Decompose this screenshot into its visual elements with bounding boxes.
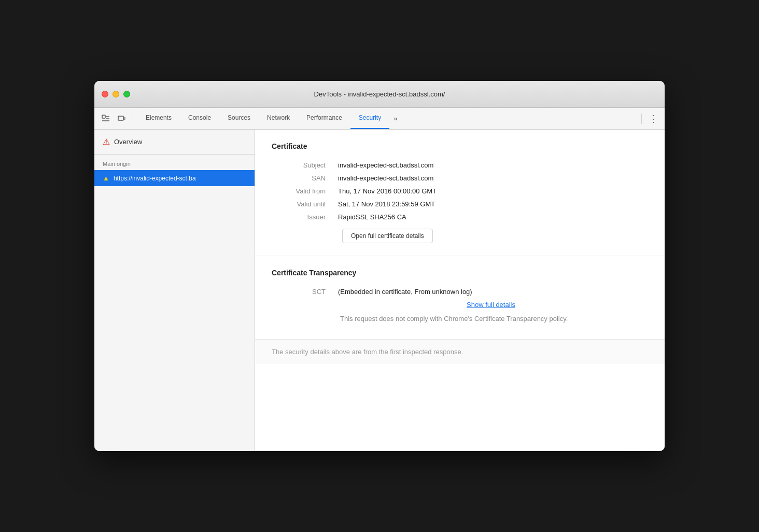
maximize-button[interactable] xyxy=(123,91,130,97)
footer-note: The security details above are from the … xyxy=(255,340,665,364)
inspector-button[interactable] xyxy=(99,111,113,126)
table-row: Valid until Sat, 17 Nov 2018 23:59:59 GM… xyxy=(272,198,648,211)
minimize-button[interactable] xyxy=(113,91,119,97)
table-row: Subject invalid-expected-sct.badssl.com xyxy=(272,159,648,172)
tab-more-button[interactable]: » xyxy=(389,107,401,129)
tab-security[interactable]: Security xyxy=(350,107,389,129)
origin-warning-icon: ▲ xyxy=(103,174,109,182)
overview-label: Overview xyxy=(114,138,142,146)
warning-icon: ⚠ xyxy=(103,137,110,147)
certificate-title: Certificate xyxy=(272,142,648,150)
tab-network[interactable]: Network xyxy=(259,107,298,129)
window-title: DevTools - invalid-expected-sct.badssl.c… xyxy=(314,90,445,98)
certificate-table: Subject invalid-expected-sct.badssl.com … xyxy=(272,159,648,223)
devtools-window: DevTools - invalid-expected-sct.badssl.c… xyxy=(94,81,665,451)
cert-field-value: Thu, 17 Nov 2016 00:00:00 GMT xyxy=(334,185,648,198)
svg-rect-0 xyxy=(102,115,105,118)
cert-field-label: Valid from xyxy=(272,185,334,198)
certificate-section: Certificate Subject invalid-expected-sct… xyxy=(255,130,665,256)
sct-label: SCT xyxy=(272,285,334,327)
sidebar-overview-item[interactable]: ⚠ Overview xyxy=(94,130,255,155)
inspector-icon xyxy=(102,115,110,123)
tab-performance[interactable]: Performance xyxy=(298,107,350,129)
content-panel: Certificate Subject invalid-expected-sct… xyxy=(255,130,665,451)
cert-field-value: RapidSSL SHA256 CA xyxy=(334,211,648,223)
table-row: Issuer RapidSSL SHA256 CA xyxy=(272,211,648,223)
transparency-title: Certificate Transparency xyxy=(272,269,648,277)
table-row: SCT (Embedded in certificate, From unkno… xyxy=(272,285,648,327)
show-full-details-link[interactable]: Show full details xyxy=(338,301,644,309)
device-toggle-button[interactable] xyxy=(114,111,129,126)
titlebar: DevTools - invalid-expected-sct.badssl.c… xyxy=(94,81,665,108)
transparency-section: Certificate Transparency SCT (Embedded i… xyxy=(255,256,665,340)
cert-field-label: Subject xyxy=(272,159,334,172)
table-row: SAN invalid-expected-sct.badssl.com xyxy=(272,172,648,185)
origin-item[interactable]: ▲ https://invalid-expected-sct.ba xyxy=(94,170,255,186)
sct-table: SCT (Embedded in certificate, From unkno… xyxy=(272,285,648,327)
sidebar: ⚠ Overview Main origin ▲ https://invalid… xyxy=(94,130,255,451)
close-button[interactable] xyxy=(102,91,108,97)
toolbar-divider xyxy=(133,114,133,124)
toolbar: Elements Console Sources Network Perform… xyxy=(94,108,665,130)
toolbar-right-divider xyxy=(641,114,642,124)
cert-field-value: Sat, 17 Nov 2018 23:59:59 GMT xyxy=(334,198,648,211)
main-content: ⚠ Overview Main origin ▲ https://invalid… xyxy=(94,130,665,451)
sct-value: (Embedded in certificate, From unknown l… xyxy=(334,285,648,327)
device-icon xyxy=(117,115,125,123)
tab-elements[interactable]: Elements xyxy=(137,107,180,129)
main-origin-label: Main origin xyxy=(94,155,255,170)
tab-bar: Elements Console Sources Network Perform… xyxy=(137,108,637,129)
table-row: Valid from Thu, 17 Nov 2016 00:00:00 GMT xyxy=(272,185,648,198)
origin-url: https://invalid-expected-sct.ba xyxy=(114,175,196,182)
ct-warning-text: This request does not comply with Chrome… xyxy=(338,314,644,324)
tab-sources[interactable]: Sources xyxy=(219,107,259,129)
cert-field-label: Valid until xyxy=(272,198,334,211)
cert-field-value: invalid-expected-sct.badssl.com xyxy=(334,159,648,172)
svg-rect-5 xyxy=(124,117,125,120)
cert-field-label: Issuer xyxy=(272,211,334,223)
tab-console[interactable]: Console xyxy=(180,107,219,129)
svg-rect-4 xyxy=(118,116,123,120)
traffic-lights xyxy=(102,91,130,97)
cert-field-value: invalid-expected-sct.badssl.com xyxy=(334,172,648,185)
open-cert-button[interactable]: Open full certificate details xyxy=(342,229,433,243)
cert-field-label: SAN xyxy=(272,172,334,185)
devtools-menu-button[interactable]: ⋮ xyxy=(646,111,660,126)
